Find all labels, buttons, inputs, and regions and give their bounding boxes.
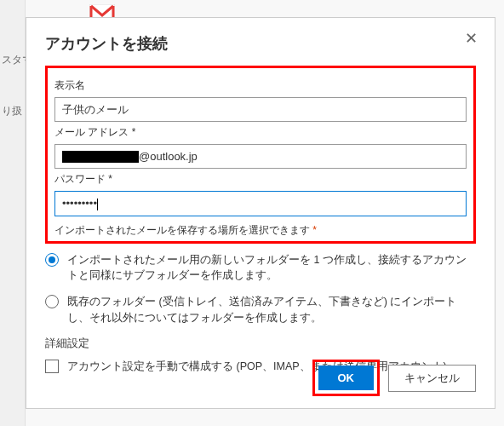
password-input[interactable]: ••••••••• xyxy=(54,191,467,216)
bg-text-2: り扱 xyxy=(2,104,22,118)
password-value: ••••••••• xyxy=(62,197,97,210)
email-input[interactable]: @outlook.jp xyxy=(54,144,467,169)
display-name-input[interactable] xyxy=(54,97,467,122)
cancel-button[interactable]: キャンセル xyxy=(388,365,476,392)
radio-icon xyxy=(45,295,59,308)
import-options: インポートされたメール用の新しいフォルダーを 1 つ作成し、接続するアカウントと… xyxy=(45,252,476,326)
highlighted-fields: 表示名 メール アドレス * @outlook.jp パスワード * •••••… xyxy=(45,66,476,244)
radio-new-folder[interactable]: インポートされたメール用の新しいフォルダーを 1 つ作成し、接続するアカウントと… xyxy=(45,252,476,285)
email-domain: @outlook.jp xyxy=(139,150,198,163)
checkbox-icon xyxy=(45,360,59,373)
dialog-footer: OK キャンセル xyxy=(312,360,477,396)
redacted-email-local xyxy=(62,151,139,163)
radio-label: インポートされたメール用の新しいフォルダーを 1 つ作成し、接続するアカウントと… xyxy=(67,252,476,285)
radio-icon xyxy=(45,253,59,267)
password-label: パスワード * xyxy=(54,172,467,187)
display-name-label: 表示名 xyxy=(54,78,467,93)
close-icon[interactable]: ✕ xyxy=(462,30,479,47)
radio-label: 既存のフォルダー (受信トレイ、送信済みアイテム、下書きなど) にインポートし、… xyxy=(67,294,476,326)
text-caret xyxy=(97,199,98,210)
ok-highlight: OK xyxy=(312,360,381,396)
import-location-note: インポートされたメールを保存する場所を選択できます * xyxy=(54,223,467,238)
advanced-settings-label: 詳細設定 xyxy=(45,337,476,351)
dialog-title: アカウントを接続 xyxy=(45,33,476,54)
radio-existing-folder[interactable]: 既存のフォルダー (受信トレイ、送信済みアイテム、下書きなど) にインポートし、… xyxy=(45,294,476,326)
ok-button[interactable]: OK xyxy=(318,366,375,390)
email-label: メール アドレス * xyxy=(54,125,467,140)
connect-account-dialog: アカウントを接続 ✕ 表示名 メール アドレス * @outlook.jp パス… xyxy=(26,17,495,409)
